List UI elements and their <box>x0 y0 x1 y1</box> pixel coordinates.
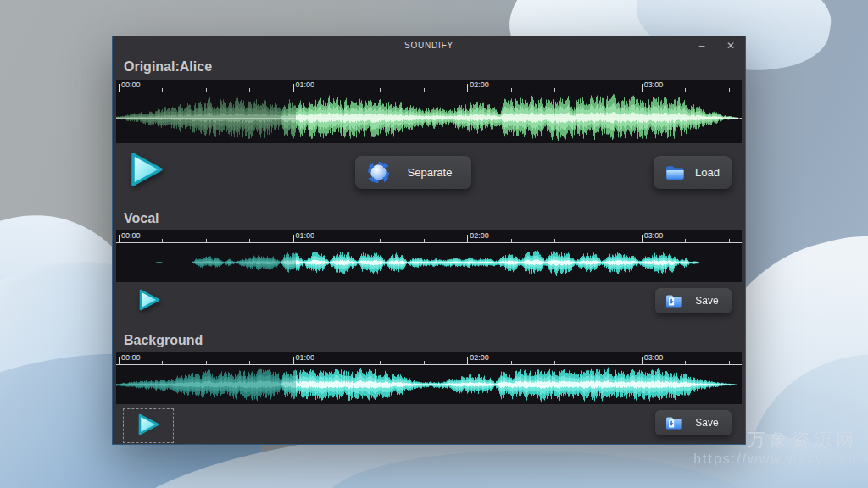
ruler-tick <box>424 239 425 242</box>
ruler-tick <box>249 361 250 364</box>
ruler-tick <box>642 235 643 242</box>
ruler-tick <box>642 84 643 92</box>
play-button-vocal[interactable] <box>136 287 162 315</box>
ruler-tick <box>467 357 468 364</box>
waveform-vocal[interactable] <box>116 243 742 282</box>
ruler-tick <box>511 239 512 242</box>
folder-download-icon <box>665 416 682 430</box>
ruler-tick <box>554 361 555 364</box>
ruler-tick <box>249 239 250 242</box>
save-button-vocal[interactable]: Save <box>655 288 732 313</box>
ruler-tick <box>206 361 207 364</box>
ruler-tick <box>598 88 598 92</box>
ruler-tick <box>642 357 643 364</box>
play-triangle-icon <box>136 287 162 313</box>
time-label: 00:00 <box>121 80 141 89</box>
time-label: 00:00 <box>121 231 141 240</box>
play-button-original[interactable] <box>126 149 167 192</box>
ruler-tick <box>467 84 468 92</box>
ruler-tick <box>511 361 512 364</box>
load-button-label: Load <box>695 166 720 179</box>
ruler-tick <box>162 239 163 242</box>
time-label: 01:00 <box>296 353 315 362</box>
timeline-ruler[interactable]: 00:0001:0002:0003:00 <box>116 230 742 243</box>
title-bar: SOUNDIFY – ✕ <box>113 36 745 57</box>
separate-button-label: Separate <box>400 166 459 179</box>
waveform-background[interactable] <box>116 365 742 404</box>
time-label: 02:00 <box>470 353 489 362</box>
time-label: 02:00 <box>470 231 489 240</box>
ruler-tick <box>293 84 294 92</box>
ruler-tick <box>554 88 555 92</box>
waveform-panel-original: 00:0001:0002:0003:00 <box>116 80 742 143</box>
waveform-original[interactable] <box>116 92 742 143</box>
ruler-tick <box>511 88 512 92</box>
time-label: 03:00 <box>644 353 664 362</box>
open-folder-icon <box>665 164 685 181</box>
separate-button[interactable]: Separate <box>355 156 471 189</box>
timeline-ruler[interactable]: 00:0001:0002:0003:00 <box>116 80 742 92</box>
app-title: SOUNDIFY <box>113 41 745 50</box>
play-triangle-icon <box>136 412 161 437</box>
ruler-tick <box>293 235 294 242</box>
ruler-tick <box>685 361 686 364</box>
time-label: 03:00 <box>644 80 664 89</box>
ruler-tick <box>337 361 337 364</box>
sync-arrows-icon <box>367 161 390 184</box>
ruler-tick <box>337 239 337 242</box>
ruler-tick <box>337 88 337 92</box>
ruler-tick <box>293 357 294 364</box>
ruler-tick <box>119 357 120 364</box>
ruler-tick <box>729 239 730 242</box>
ruler-tick <box>685 239 686 242</box>
desktop: SOUNDIFY – ✕ Original:Alice 00:0001:0002… <box>0 0 868 488</box>
save-button-background[interactable]: Save <box>655 410 732 435</box>
ruler-tick <box>685 88 686 92</box>
minimize-icon[interactable]: – <box>693 38 711 54</box>
ruler-tick <box>598 361 598 364</box>
track-title-background: Background <box>124 333 203 348</box>
play-button-background[interactable] <box>123 408 174 443</box>
save-button-label: Save <box>693 295 721 307</box>
time-label: 01:00 <box>296 231 315 240</box>
track-title-original: Original:Alice <box>124 59 212 75</box>
ruler-tick <box>249 88 250 92</box>
time-label: 03:00 <box>644 231 664 240</box>
save-button-label: Save <box>693 417 721 429</box>
ruler-tick <box>554 239 555 242</box>
play-triangle-icon <box>126 149 167 190</box>
ruler-tick <box>162 361 163 364</box>
timeline-ruler[interactable]: 00:0001:0002:0003:00 <box>116 352 742 365</box>
close-icon[interactable]: ✕ <box>721 38 740 54</box>
ruler-tick <box>206 88 207 92</box>
app-window: SOUNDIFY – ✕ Original:Alice 00:0001:0002… <box>112 36 746 445</box>
ruler-tick <box>380 88 381 92</box>
time-label: 02:00 <box>470 80 489 89</box>
folder-download-icon <box>665 294 682 308</box>
time-label: 00:00 <box>121 353 141 362</box>
ruler-tick <box>206 239 207 242</box>
ruler-tick <box>598 239 598 242</box>
ruler-tick <box>162 88 163 92</box>
ruler-tick <box>380 361 381 364</box>
ruler-tick <box>119 235 120 242</box>
ruler-tick <box>424 88 425 92</box>
waveform-panel-background: 00:0001:0002:0003:00 <box>116 352 742 404</box>
time-label: 01:00 <box>296 80 315 89</box>
load-button[interactable]: Load <box>654 156 732 189</box>
ruler-tick <box>467 235 468 242</box>
ruler-tick <box>729 361 730 364</box>
ruler-tick <box>424 361 425 364</box>
ruler-tick <box>729 88 730 92</box>
waveform-panel-vocal: 00:0001:0002:0003:00 <box>116 230 742 282</box>
ruler-tick <box>119 84 120 92</box>
ruler-tick <box>380 239 381 242</box>
track-title-vocal: Vocal <box>124 211 159 226</box>
